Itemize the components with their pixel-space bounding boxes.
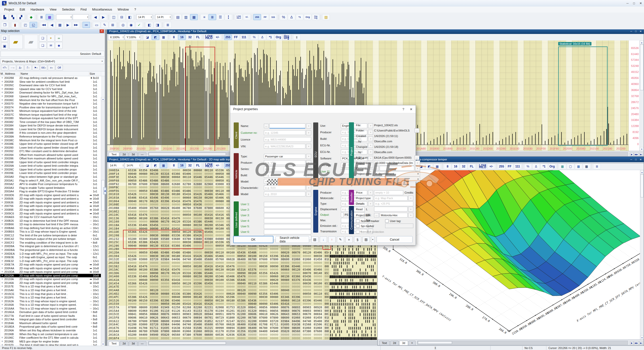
tab-text[interactable]: Text bbox=[379, 341, 390, 345]
map-list-item[interactable]: ✳200380Maximum torque equivalent fuel li… bbox=[0, 116, 101, 120]
map-list-item[interactable]: 2003A1Flag to select F_AM_Gec_non_pm_mod… bbox=[0, 179, 101, 182]
filter-kk-button[interactable]: KK▾ bbox=[40, 65, 47, 70]
map-list-item[interactable]: ✳20120A2D map with inputs engine speed a… bbox=[0, 274, 101, 278]
difference-icon[interactable]: Δ bbox=[288, 14, 295, 20]
map-list-item[interactable]: ✳200378Minimum torque equivalent fuel li… bbox=[0, 109, 101, 113]
map-list-item[interactable]: ✳20038EUpper limit of turbo speed limite… bbox=[0, 142, 101, 146]
original-icon[interactable]: Org bbox=[275, 34, 282, 40]
menu-hardware[interactable]: Hardware bbox=[28, 7, 47, 12]
project-project-size-arrow-button[interactable]: › bbox=[415, 160, 420, 165]
map-list-item[interactable]: ✳20177AFuel limit in case of turbo speed… bbox=[0, 314, 101, 318]
map-list-item[interactable]: ✳200390Lower limit of turbo speed limite… bbox=[0, 146, 101, 149]
difference-icon[interactable]: Δ bbox=[532, 164, 540, 169]
hex-view-icon[interactable]: FF bbox=[506, 164, 513, 169]
map-list-item[interactable]: ✳20196CFilter coefficient for the DT1 fi… bbox=[0, 336, 101, 340]
window-horizontal-icon[interactable]: ◫ bbox=[110, 14, 117, 20]
vehicle-model-arrow-button[interactable]: › bbox=[306, 192, 311, 197]
tile-teal-icon[interactable]: ▩ bbox=[559, 164, 566, 169]
menu-window[interactable]: Window bbox=[115, 7, 132, 12]
map-list-item[interactable]: ✳20039ALower limit of turbo speed limit … bbox=[0, 164, 101, 168]
scroll-nav-icon[interactable]: ▶| bbox=[639, 341, 643, 345]
scroll-thumb[interactable] bbox=[640, 45, 643, 90]
sign-icon[interactable]: +/- bbox=[488, 164, 495, 169]
user_defined-user-3-field[interactable] bbox=[264, 213, 311, 218]
new-window-icon[interactable]: ❐ bbox=[1, 22, 9, 28]
zoom-x-spinner[interactable]: X:100% ▴▾ bbox=[108, 34, 124, 40]
map-list-item[interactable]: ✳20166AThis is a 1D map whose input is e… bbox=[0, 303, 101, 307]
automatic-map-search-icon[interactable]: ◎ bbox=[119, 22, 127, 28]
map-list-item[interactable]: ✳2007662D map with inputs engine speed a… bbox=[0, 204, 101, 208]
binary-view-icon[interactable]: 111 bbox=[240, 34, 248, 40]
download-globe-icon[interactable]: ↓ bbox=[320, 236, 327, 243]
vertical-scrollbar[interactable]: ▲ ▼ bbox=[639, 40, 644, 151]
map-list-item[interactable]: ✳2015A6This is a 1D map that gives a fue… bbox=[0, 288, 101, 292]
close-icon[interactable]: ✕ bbox=[410, 107, 413, 111]
map-list-item[interactable]: ✳2015CEThis is a 1D map that gives a fue… bbox=[0, 292, 101, 296]
search-icon[interactable]: ◉ bbox=[127, 22, 135, 28]
vehicle-characteristic-field[interactable]: e.g. R20 bbox=[264, 185, 305, 190]
original-icon[interactable]: Org bbox=[548, 164, 556, 169]
map-list-item[interactable]: ✳20162AThis is a 1D map whose input is e… bbox=[0, 299, 101, 303]
cascade-windows-icon[interactable]: ◰ bbox=[22, 22, 29, 28]
map-list-item[interactable]: ✳20038CMinimum limit for the integral te… bbox=[0, 138, 101, 142]
decimal-view-icon[interactable]: 255 bbox=[253, 14, 261, 20]
user_defined-user-1-field[interactable] bbox=[264, 202, 311, 207]
scroll-nav-icon[interactable]: ▶▶ bbox=[634, 341, 639, 345]
map-list-item[interactable]: ✳20038AReference temperature to the Post… bbox=[0, 135, 101, 139]
map-list-item[interactable]: ✳200DBAThe proportional gain is determin… bbox=[0, 248, 101, 252]
table-rows-icon[interactable]: ▤ bbox=[174, 14, 182, 20]
column-m[interactable]: M. bbox=[0, 71, 5, 76]
scroll-thumb[interactable] bbox=[640, 174, 643, 197]
vehicle-series-arrow-button[interactable]: › bbox=[306, 166, 311, 171]
close-button[interactable]: ✕ bbox=[639, 2, 642, 5]
scroll-nav-icon[interactable]: ▶ bbox=[630, 153, 633, 156]
width-8-icon[interactable]: 8 bbox=[170, 34, 178, 40]
columns-16-icon[interactable]: ≣ bbox=[209, 14, 216, 20]
gray-block-icon[interactable]: ▮ bbox=[293, 34, 301, 40]
project-8-bit-sum-dots-button[interactable]: … bbox=[415, 155, 419, 160]
map-list-item[interactable]: ✳200392DT1 filter constant used to deter… bbox=[0, 149, 101, 153]
cancel-button[interactable]: Cancel bbox=[377, 236, 413, 243]
scroll-thumb[interactable] bbox=[101, 180, 105, 211]
search-vehicle-data-button[interactable]: Search vehicle data bbox=[275, 236, 309, 243]
columns-8-icon[interactable]: ≡ bbox=[200, 14, 208, 20]
vehicle-build-field[interactable]: e.g. 6 bbox=[264, 173, 305, 178]
width-8-icon[interactable]: 8 bbox=[170, 163, 178, 168]
comment-icon[interactable]: ✎ bbox=[337, 236, 344, 243]
percent-icon[interactable]: % bbox=[280, 14, 287, 20]
map-list-item[interactable]: ✳200FAA2D map with inputs engine speed a… bbox=[0, 266, 101, 270]
columns-32-icon[interactable]: ☰ bbox=[217, 14, 224, 20]
comm-project-type-field[interactable]: Motorola-Hex bbox=[380, 213, 408, 217]
previous-difference-icon[interactable]: ◀ bbox=[48, 22, 56, 28]
map-list-item[interactable]: ✳20037CMinimum torque equivalent fuel li… bbox=[0, 113, 101, 116]
map-list-item[interactable]: ✳200E0E1-D map with Engine_speed as inpu… bbox=[0, 255, 101, 259]
menu-view[interactable]: View bbox=[47, 7, 59, 12]
comm-project-type-arrow-button[interactable]: › bbox=[408, 213, 413, 218]
import-icon[interactable]: ◆ bbox=[27, 14, 35, 20]
scroll-up-icon[interactable]: ▲ bbox=[101, 97, 105, 101]
vertical-scrollbar[interactable]: ▲ ▼ bbox=[640, 170, 644, 340]
export-caret-icon[interactable]: ▾ bbox=[371, 236, 375, 243]
map-list-item[interactable]: ✳200370Negative slew rate for transmissi… bbox=[0, 102, 101, 106]
project-map-select[interactable]: English▾ bbox=[380, 177, 420, 182]
menu-edit[interactable]: Edit bbox=[17, 7, 28, 12]
map-list-item[interactable]: ✳200396Offset from maximum allowed turbo… bbox=[0, 157, 101, 160]
surface-plot[interactable]: 450.00550.00750.00930.00996.001124.00118… bbox=[378, 170, 640, 340]
chart-candle-icon[interactable]: ▚ bbox=[9, 14, 17, 20]
minimize-icon[interactable]: ─ bbox=[630, 158, 632, 161]
maximize-button[interactable]: □ bbox=[633, 2, 635, 5]
bars-view-2-icon[interactable]: ◩ bbox=[152, 163, 159, 168]
width-8-icon[interactable]: 8 bbox=[444, 164, 451, 169]
properties-icon[interactable]: ≣ bbox=[593, 164, 601, 169]
map-list-item[interactable]: ✳200358Slew rate for ambient conditions … bbox=[0, 80, 101, 84]
text-view-icon[interactable]: ▦ bbox=[160, 34, 167, 40]
map-list-item[interactable]: ✳200AE61D map for CCV maximum fuel limit… bbox=[0, 215, 101, 219]
user_defined-user-6-field[interactable] bbox=[264, 230, 311, 234]
read-arrow-button[interactable]: › bbox=[408, 207, 413, 212]
tab-3d[interactable]: 3d bbox=[399, 341, 408, 345]
tile-windows-icon[interactable]: ◱ bbox=[30, 22, 37, 28]
reseller-project-type-arrow-button[interactable]: › bbox=[408, 196, 413, 201]
map-list-item[interactable]: ✳200394Offset from maximum allowed turbo… bbox=[0, 153, 101, 157]
width-16-icon[interactable]: 16 bbox=[178, 163, 186, 168]
last-difference-icon[interactable]: ▶▶ bbox=[72, 22, 80, 28]
